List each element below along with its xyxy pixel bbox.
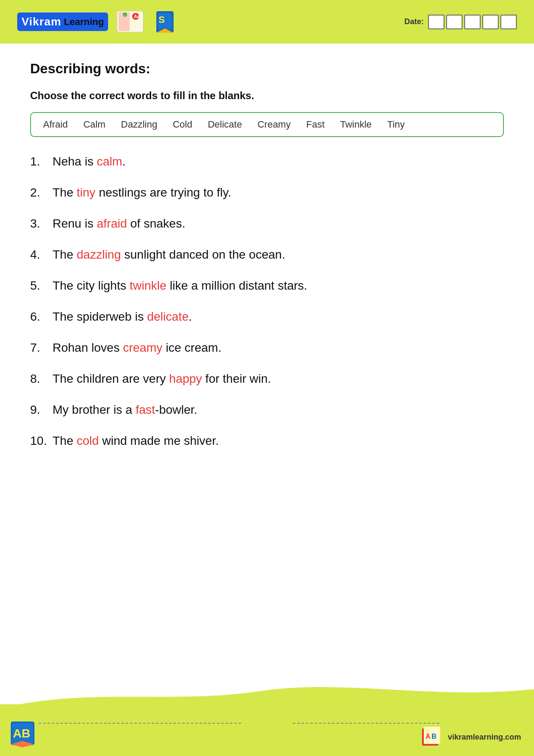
- word-bank-item: Dazzling: [121, 119, 157, 130]
- word-bank-item: Delicate: [208, 119, 242, 130]
- header: Vikram Learning Aa ✓ S: [0, 0, 534, 44]
- sentence-number: 3.: [30, 215, 53, 233]
- brand-logo: Vikram Learning: [17, 12, 108, 31]
- sentence-item: 9.My brother is a fast-bowler.: [30, 401, 504, 419]
- footer-ab-small-icon: A B: [422, 727, 443, 747]
- sentence-item: 7.Rohan loves creamy ice cream.: [30, 339, 504, 357]
- footer-content: AB A B vikramlearning.com: [0, 719, 534, 752]
- highlight-word: twinkle: [130, 279, 167, 292]
- svg-text:S: S: [158, 14, 165, 25]
- footer-logo-left: AB: [9, 719, 37, 747]
- brand-learning: Learning: [64, 16, 104, 28]
- date-boxes: [428, 15, 517, 29]
- sentence-item: 4.The dazzling sunlight danced on the oc…: [30, 246, 504, 264]
- sentence-item: 10.The cold wind made me shiver.: [30, 432, 504, 450]
- highlight-word: happy: [169, 372, 202, 385]
- sentence-text: Neha is calm.: [53, 153, 126, 171]
- word-bank-item: Fast: [306, 119, 325, 130]
- date-label: Date:: [404, 17, 424, 26]
- date-box-5[interactable]: [500, 15, 517, 29]
- date-box-4[interactable]: [482, 15, 499, 29]
- header-left: Vikram Learning Aa ✓ S: [17, 8, 178, 36]
- svg-text:A: A: [425, 733, 431, 740]
- sentence-text: The spiderweb is delicate.: [53, 308, 192, 326]
- sentence-number: 8.: [30, 370, 53, 388]
- sentence-item: 3.Renu is afraid of snakes.: [30, 215, 504, 233]
- sentences-list: 1.Neha is calm.2.The tiny nestlings are …: [30, 153, 504, 450]
- footer-right: A B vikramlearning.com: [422, 727, 521, 747]
- svg-text:✓: ✓: [123, 14, 126, 17]
- sentence-text: The tiny nestlings are trying to fly.: [53, 184, 231, 202]
- book-icon: Aa ✓: [115, 8, 145, 36]
- sentence-item: 8.The children are very happy for their …: [30, 370, 504, 388]
- instruction: Choose the correct words to fill in the …: [30, 90, 504, 102]
- word-bank-item: Creamy: [258, 119, 291, 130]
- highlight-word: tiny: [77, 186, 96, 199]
- section-title: Describing words:: [30, 61, 504, 77]
- date-section: Date:: [404, 15, 517, 29]
- sentence-text: The city lights twinkle like a million d…: [53, 277, 307, 295]
- highlight-word: dazzling: [77, 248, 121, 261]
- sentence-text: The children are very happy for their wi…: [53, 370, 271, 388]
- sentence-text: Renu is afraid of snakes.: [53, 215, 185, 233]
- sentence-text: Rohan loves creamy ice cream.: [53, 339, 221, 357]
- footer: AB A B vikramlearning.com: [0, 704, 534, 756]
- word-bank-item: Twinkle: [340, 119, 372, 130]
- highlight-word: calm: [97, 155, 122, 168]
- sentence-text: The cold wind made me shiver.: [53, 432, 219, 450]
- sentence-number: 6.: [30, 308, 53, 326]
- sentence-number: 5.: [30, 277, 53, 295]
- word-bank-item: Afraid: [43, 119, 68, 130]
- sentence-text: My brother is a fast-bowler.: [53, 401, 197, 419]
- sentence-number: 10.: [30, 432, 53, 450]
- sentence-item: 5.The city lights twinkle like a million…: [30, 277, 504, 295]
- sentence-item: 1.Neha is calm.: [30, 153, 504, 171]
- sentence-number: 1.: [30, 153, 53, 171]
- highlight-word: creamy: [123, 341, 162, 354]
- sentence-number: 2.: [30, 184, 53, 202]
- page: Vikram Learning Aa ✓ S: [0, 0, 534, 756]
- sentence-item: 2.The tiny nestlings are trying to fly.: [30, 184, 504, 202]
- sentence-text: The dazzling sunlight danced on the ocea…: [53, 246, 285, 264]
- date-box-1[interactable]: [428, 15, 444, 29]
- word-bank-item: Tiny: [387, 119, 405, 130]
- pencil-icon: S: [152, 9, 178, 35]
- dotted-line-left: [39, 723, 241, 724]
- word-bank-item: Cold: [173, 119, 192, 130]
- footer-website: vikramlearning.com: [448, 733, 521, 742]
- highlight-word: cold: [77, 434, 99, 447]
- footer-book-icon: AB: [9, 719, 37, 747]
- sentence-number: 7.: [30, 339, 53, 357]
- highlight-word: delicate: [147, 310, 189, 323]
- word-bank: AfraidCalmDazzlingColdDelicateCreamyFast…: [30, 112, 504, 137]
- sentence-number: 4.: [30, 246, 53, 264]
- highlight-word: afraid: [97, 217, 127, 230]
- date-box-2[interactable]: [446, 15, 463, 29]
- dotted-line-right: [293, 723, 439, 724]
- footer-wave: [0, 687, 534, 709]
- sentence-number: 9.: [30, 401, 53, 419]
- highlight-word: fast: [136, 403, 155, 416]
- svg-text:AB: AB: [13, 727, 30, 740]
- word-bank-item: Calm: [83, 119, 105, 130]
- main-content: Describing words: Choose the correct wor…: [0, 44, 534, 540]
- svg-text:Aa: Aa: [134, 14, 140, 19]
- brand-vikram: Vikram: [22, 15, 61, 28]
- sentence-item: 6.The spiderweb is delicate.: [30, 308, 504, 326]
- date-box-3[interactable]: [464, 15, 481, 29]
- svg-text:B: B: [432, 733, 437, 740]
